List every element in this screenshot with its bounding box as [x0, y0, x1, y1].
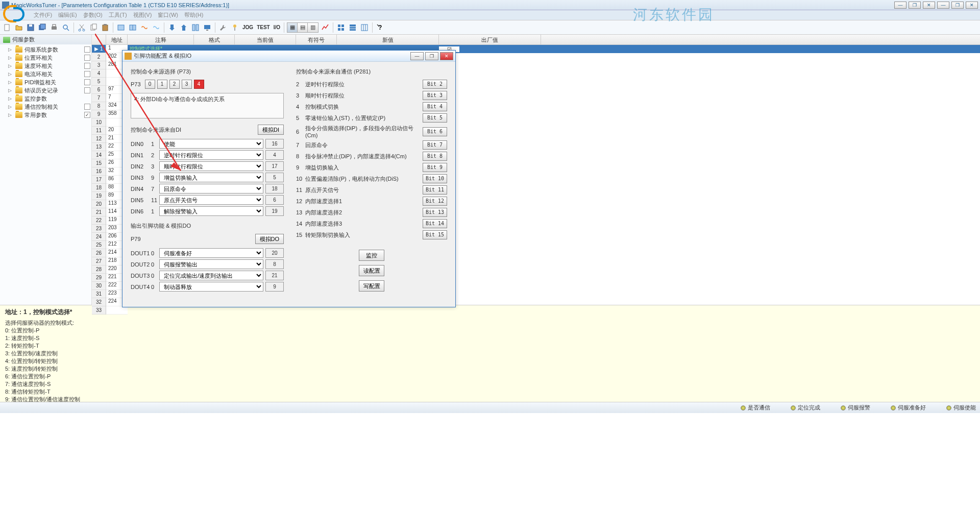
grid3-icon[interactable]	[359, 22, 370, 33]
row-number[interactable]: 2	[92, 53, 106, 61]
row-number[interactable]: 18	[92, 184, 106, 192]
cut-icon[interactable]	[77, 22, 87, 33]
dout-select[interactable]: 伺服准备好	[159, 248, 263, 258]
bit-button[interactable]: Bit 6	[423, 127, 447, 136]
tree-checkbox[interactable]	[84, 63, 90, 69]
mock-do-button[interactable]: 模拟DO	[255, 234, 284, 244]
menu-edit[interactable]: 编辑(E)	[55, 11, 80, 19]
window1-icon[interactable]	[116, 22, 126, 33]
connect-icon[interactable]	[139, 22, 150, 33]
menu-view[interactable]: 视图(V)	[130, 11, 155, 19]
compare-icon[interactable]	[190, 22, 201, 33]
tree-checkbox[interactable]	[84, 87, 90, 93]
expand-icon[interactable]: ▷	[8, 88, 13, 93]
tree-checkbox[interactable]	[84, 71, 90, 77]
bit-button[interactable]: Bit 13	[423, 208, 447, 217]
dialog-minimize-button[interactable]: —	[410, 52, 424, 60]
row-number[interactable]: 15	[92, 159, 106, 167]
tree-item-0[interactable]: ▷ 伺服系统参数	[1, 45, 90, 54]
disconnect-icon[interactable]	[151, 22, 161, 33]
expand-icon[interactable]: ▷	[8, 63, 13, 68]
row-number[interactable]: ▶ 1	[92, 45, 106, 53]
row-number[interactable]: 33	[92, 306, 106, 315]
monitor-button[interactable]: 监控	[359, 250, 384, 261]
test-button[interactable]: TEST	[256, 25, 271, 30]
restore-button[interactable]: ❐	[909, 2, 921, 9]
row-number[interactable]: 27	[92, 257, 106, 266]
bit-button[interactable]: Bit 12	[423, 197, 447, 206]
mdi-close-button[interactable]: ✕	[966, 2, 978, 9]
row-number[interactable]: 31	[92, 290, 106, 298]
tree-item-8[interactable]: ▷ 常用参数 ✓	[1, 111, 90, 119]
row-number[interactable]: 19	[92, 192, 106, 200]
row-number[interactable]: 21	[92, 208, 106, 216]
dialog-title-bar[interactable]: 引脚功能配置 & 模拟IO — ❐ ✕	[122, 51, 455, 62]
bit-button[interactable]: Bit 10	[423, 174, 447, 183]
bit-button[interactable]: Bit 2	[423, 80, 447, 89]
p73-btn-1[interactable]: 1	[157, 80, 167, 89]
din-select[interactable]: 顺时针行程限位	[159, 161, 263, 171]
mdi-minimize-button[interactable]: —	[937, 2, 949, 9]
close-button[interactable]: ✕	[923, 2, 935, 9]
expand-icon[interactable]: ▷	[8, 47, 13, 52]
chart-icon[interactable]	[320, 22, 330, 33]
din-select[interactable]: 解除报警输入	[159, 206, 263, 216]
row-number[interactable]: 5	[92, 78, 106, 86]
menu-param[interactable]: 参数(O)	[80, 11, 106, 19]
tree-item-1[interactable]: ▷ 位置环相关	[1, 54, 90, 62]
col-signed[interactable]: 有符号	[296, 35, 337, 44]
row-number[interactable]: 16	[92, 167, 106, 176]
tree-item-7[interactable]: ▷ 通信控制相关	[1, 103, 90, 111]
bit-button[interactable]: Bit 3	[423, 91, 447, 100]
expand-icon[interactable]: ▷	[8, 80, 13, 85]
tree-item-3[interactable]: ▷ 电流环相关	[1, 70, 90, 78]
menu-window[interactable]: 窗口(W)	[155, 11, 181, 19]
row-number[interactable]: 8	[92, 102, 106, 110]
read-config-button[interactable]: 读配置	[359, 265, 384, 276]
view-toggle-3[interactable]: ▥	[308, 23, 318, 32]
bit-button[interactable]: Bit 5	[423, 113, 447, 123]
pin-icon[interactable]	[230, 22, 240, 33]
tree-checkbox[interactable]: ✓	[84, 112, 90, 118]
download-icon[interactable]	[167, 22, 177, 33]
row-number[interactable]: 30	[92, 282, 106, 290]
row-number[interactable]: 24	[92, 233, 106, 241]
bit-button[interactable]: Bit 4	[423, 102, 447, 111]
din-select[interactable]: 增益切换输入	[159, 173, 263, 182]
window2-icon[interactable]	[128, 22, 138, 33]
row-number[interactable]: 4	[92, 69, 106, 78]
paste-icon[interactable]	[100, 22, 110, 33]
din-select[interactable]: 逆时针行程限位	[159, 150, 263, 160]
save-all-icon[interactable]	[37, 22, 47, 33]
wrench-icon[interactable]	[218, 22, 228, 33]
row-number[interactable]: 13	[92, 143, 106, 151]
dialog-close-button[interactable]: ✕	[440, 52, 453, 60]
row-number[interactable]: 29	[92, 274, 106, 282]
expand-icon[interactable]: ▷	[8, 96, 13, 101]
row-number[interactable]: 22	[92, 216, 106, 225]
grid2-icon[interactable]	[348, 22, 358, 33]
expand-icon[interactable]: ▷	[8, 55, 13, 60]
row-number[interactable]: 9	[92, 110, 106, 118]
col-comment[interactable]: 注释	[128, 35, 194, 44]
din-select[interactable]: 原点开关信号	[159, 195, 263, 205]
tree-checkbox[interactable]	[84, 55, 90, 61]
col-factory[interactable]: 出厂值	[439, 35, 541, 44]
p73-btn-2[interactable]: 2	[169, 80, 180, 89]
din-select[interactable]: 回原命令	[159, 184, 263, 194]
view-toggle-2[interactable]: ▤	[298, 23, 308, 32]
dout-select[interactable]: 制动器释放	[159, 282, 263, 292]
din-select[interactable]: 使能	[159, 139, 263, 149]
address-cell[interactable]	[106, 306, 128, 315]
row-number[interactable]: 26	[92, 249, 106, 257]
row-number[interactable]: 10	[92, 118, 106, 127]
col-current[interactable]: 当前值	[235, 35, 296, 44]
bit-button[interactable]: Bit 9	[423, 163, 447, 172]
bit-button[interactable]: Bit 14	[423, 219, 447, 228]
p73-btn-3[interactable]: 3	[182, 80, 192, 89]
expand-icon[interactable]: ▷	[8, 112, 13, 117]
dialog-maximize-button[interactable]: ❐	[425, 52, 438, 60]
monitor-icon[interactable]	[202, 22, 212, 33]
row-number[interactable]: 28	[92, 266, 106, 274]
minimize-button[interactable]: —	[894, 2, 906, 9]
